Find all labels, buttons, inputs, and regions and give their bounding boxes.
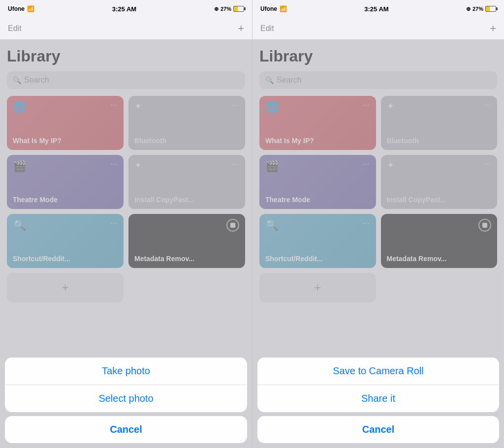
action-options-right: Save to Camera Roll Share it (257, 358, 499, 412)
cancel-button-left[interactable]: Cancel (5, 416, 247, 443)
battery-left: 27% (220, 6, 231, 12)
action-cancel-left: Cancel (5, 416, 247, 443)
status-right-right: ⊕ 27% (466, 6, 496, 12)
left-panel: Ufone 📶 3:25 AM ⊕ 27% Edit + Library 🔍 S… (0, 0, 252, 448)
carrier-left: Ufone (8, 5, 25, 12)
time-right: 3:25 AM (364, 5, 388, 13)
time-left: 3:25 AM (112, 5, 136, 13)
status-left: Ufone 📶 (8, 5, 34, 12)
action-sheet-left: Take photo Select photo Cancel (0, 358, 252, 448)
wifi-icon-right: 📶 (280, 5, 287, 12)
take-photo-button[interactable]: Take photo (5, 358, 247, 385)
nav-bar-left: Edit + (0, 18, 252, 39)
battery-icon-left (233, 6, 244, 12)
save-camera-roll-button[interactable]: Save to Camera Roll (257, 358, 499, 385)
battery-icon-right (485, 6, 496, 12)
location-icon-right: ⊕ (466, 6, 471, 12)
edit-button-right[interactable]: Edit (260, 24, 274, 33)
content-area-right: Library 🔍 Search 🌐 ··· What Is My IP? (252, 39, 504, 448)
carrier-right: Ufone (260, 5, 277, 12)
add-button-left[interactable]: + (238, 22, 244, 35)
status-bar-right: Ufone 📶 3:25 AM ⊕ 27% (252, 0, 504, 18)
location-icon: ⊕ (214, 6, 219, 12)
share-it-button[interactable]: Share it (257, 385, 499, 412)
action-sheet-right: Save to Camera Roll Share it Cancel (252, 358, 504, 448)
status-bar-left: Ufone 📶 3:25 AM ⊕ 27% (0, 0, 252, 18)
content-area-left: Library 🔍 Search 🌐 ··· What Is My IP? (0, 39, 252, 448)
action-options-left: Take photo Select photo (5, 358, 247, 412)
select-photo-button[interactable]: Select photo (5, 385, 247, 412)
action-cancel-right: Cancel (257, 416, 499, 443)
nav-bar-right: Edit + (252, 18, 504, 39)
right-panel: Ufone 📶 3:25 AM ⊕ 27% Edit + Library 🔍 S… (252, 0, 504, 448)
status-right-left: ⊕ 27% (214, 6, 244, 12)
add-button-right[interactable]: + (490, 22, 496, 35)
status-left-right: Ufone 📶 (260, 5, 287, 12)
edit-button-left[interactable]: Edit (8, 24, 22, 33)
wifi-icon-left: 📶 (27, 5, 34, 12)
battery-right: 27% (472, 6, 483, 12)
cancel-button-right[interactable]: Cancel (257, 416, 499, 443)
